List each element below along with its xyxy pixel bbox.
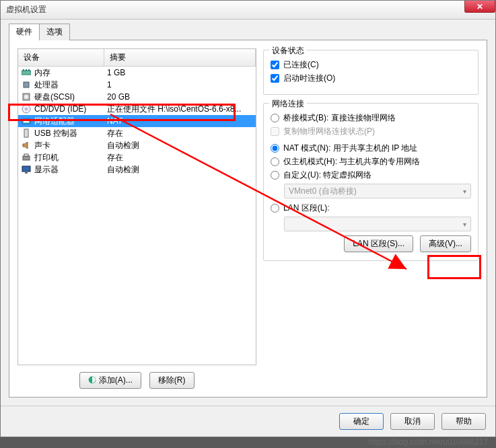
advanced-button[interactable]: 高级(V)... — [420, 235, 471, 252]
connected-checkbox-row[interactable]: 已连接(C) — [271, 59, 471, 71]
row-device: 处理器 — [34, 79, 107, 91]
header-summary: 摘要 — [104, 49, 256, 66]
svg-rect-4 — [24, 82, 29, 87]
memory-icon — [21, 67, 32, 78]
row-device: 显示器 — [34, 164, 107, 176]
lan-label: LAN 区段(L): — [283, 202, 330, 214]
add-label: 添加(A)... — [99, 375, 133, 385]
hardware-row-usb[interactable]: USB 控制器存在 — [18, 127, 256, 139]
cpu-icon — [21, 79, 32, 90]
nat-radio[interactable] — [271, 144, 279, 153]
nat-label: NAT 模式(N): 用于共享主机的 IP 地址 — [283, 143, 417, 154]
add-button[interactable]: ◐ 添加(A)... — [79, 372, 141, 389]
replicate-row: 复制物理网络连接状态(P) — [271, 126, 471, 137]
svg-rect-13 — [24, 154, 28, 156]
titlebar: 虚拟机设置 ✕ — [1, 1, 495, 20]
device-status-title: 设备状态 — [269, 45, 307, 57]
custom-radio[interactable] — [271, 171, 279, 180]
hardware-row-disk[interactable]: 硬盘(SCSI)20 GB — [18, 91, 256, 103]
nat-radio-row[interactable]: NAT 模式(N): 用于共享主机的 IP 地址 — [271, 143, 471, 154]
net-icon — [21, 116, 32, 126]
hardware-header: 设备 摘要 — [18, 49, 256, 67]
bridged-radio-row[interactable]: 桥接模式(B): 直接连接物理网络 — [271, 112, 471, 124]
svg-rect-12 — [23, 156, 30, 160]
chevron-down-icon: ▾ — [463, 221, 466, 228]
row-device: CD/DVD (IDE) — [34, 104, 107, 114]
display-icon — [21, 164, 32, 175]
lan-segments-button[interactable]: LAN 区段(S)... — [344, 235, 413, 252]
poweron-checkbox[interactable] — [271, 74, 279, 83]
svg-rect-0 — [22, 71, 31, 75]
replicate-label: 复制物理网络连接状态(P) — [283, 126, 375, 137]
network-group: 网络连接 桥接模式(B): 直接连接物理网络 复制物理网络连接状态(P) NAT… — [263, 103, 479, 261]
watermark: https://blog.csdn.net/u010886217 — [369, 437, 488, 447]
row-summary: 20 GB — [107, 92, 253, 102]
hardware-row-cd[interactable]: CD/DVD (IDE)正在使用文件 H:\iso\CentOS-6.6-x8.… — [18, 103, 256, 115]
ok-button[interactable]: 确定 — [339, 413, 384, 430]
custom-select-value: VMnet0 (自动桥接) — [289, 186, 357, 197]
hardware-buttons: ◐ 添加(A)... 移除(R) — [17, 372, 256, 389]
connected-checkbox[interactable] — [271, 61, 279, 69]
tab-row: 硬件 选项 — [9, 24, 487, 40]
svg-rect-10 — [24, 120, 29, 122]
lan-radio[interactable] — [271, 204, 279, 213]
close-icon: ✕ — [476, 2, 483, 11]
hardware-row-cpu[interactable]: 处理器1 — [18, 79, 256, 91]
lan-radio-row[interactable]: LAN 区段(L): — [271, 202, 471, 214]
close-button[interactable]: ✕ — [464, 1, 495, 13]
row-summary: 1 — [107, 80, 253, 89]
remove-button[interactable]: 移除(R) — [149, 372, 194, 389]
hardware-row-memory[interactable]: 内存1 GB — [18, 67, 256, 79]
svg-point-8 — [26, 108, 28, 110]
sound-icon — [21, 140, 32, 151]
hardware-row-net[interactable]: 网络适配器NAT — [18, 115, 256, 127]
svg-point-6 — [24, 95, 28, 99]
row-device: USB 控制器 — [34, 128, 107, 139]
hostonly-radio-row[interactable]: 仅主机模式(H): 与主机共享的专用网络 — [271, 156, 471, 167]
cancel-button[interactable]: 取消 — [390, 413, 435, 430]
hardware-row-display[interactable]: 显示器自动检测 — [18, 163, 256, 176]
custom-select: VMnet0 (自动桥接) ▾ — [284, 184, 471, 198]
network-title: 网络连接 — [269, 98, 307, 110]
dialog-button-row: 确定 取消 帮助 — [1, 406, 495, 437]
poweron-checkbox-row[interactable]: 启动时连接(O) — [271, 73, 471, 84]
tab-hardware[interactable]: 硬件 — [9, 24, 40, 40]
row-device: 硬盘(SCSI) — [34, 91, 107, 103]
settings-dialog: 虚拟机设置 ✕ 硬件 选项 设备 摘要 内存1 GB处理器1硬盘(SCSI)20… — [0, 0, 496, 437]
shield-icon: ◐ — [88, 375, 96, 385]
hardware-list: 设备 摘要 内存1 GB处理器1硬盘(SCSI)20 GBCD/DVD (IDE… — [17, 48, 256, 365]
row-summary: NAT — [107, 116, 253, 126]
row-device: 声卡 — [34, 140, 107, 151]
lan-select: ▾ — [284, 217, 471, 231]
row-summary: 存在 — [107, 128, 253, 139]
row-device: 内存 — [34, 67, 107, 79]
header-device: 设备 — [18, 49, 104, 66]
custom-radio-row[interactable]: 自定义(U): 特定虚拟网络 — [271, 170, 471, 181]
svg-rect-3 — [28, 69, 30, 71]
printer-icon — [21, 152, 32, 163]
svg-rect-11 — [24, 129, 28, 137]
row-summary: 1 GB — [107, 68, 253, 77]
hardware-right: 设备状态 已连接(C) 启动时连接(O) 网络连接 桥接模式(B): 直接连接物 — [263, 48, 479, 389]
row-summary: 正在使用文件 H:\iso\CentOS-6.6-x8... — [107, 104, 253, 115]
connected-label: 已连接(C) — [283, 59, 319, 71]
tab-options[interactable]: 选项 — [39, 24, 70, 40]
row-summary: 自动检测 — [107, 140, 253, 151]
device-status-group: 设备状态 已连接(C) 启动时连接(O) — [263, 50, 479, 95]
row-device: 打印机 — [34, 152, 107, 163]
hostonly-radio[interactable] — [271, 157, 279, 166]
usb-icon — [21, 128, 32, 139]
row-summary: 存在 — [107, 152, 253, 163]
custom-label: 自定义(U): 特定虚拟网络 — [283, 170, 371, 181]
row-summary: 自动检测 — [107, 164, 253, 176]
bridged-label: 桥接模式(B): 直接连接物理网络 — [283, 112, 396, 124]
hardware-row-printer[interactable]: 打印机存在 — [18, 151, 256, 163]
hostonly-label: 仅主机模式(H): 与主机共享的专用网络 — [283, 156, 420, 167]
help-button[interactable]: 帮助 — [441, 413, 486, 430]
bridged-radio[interactable] — [271, 114, 279, 122]
hardware-rows: 内存1 GB处理器1硬盘(SCSI)20 GBCD/DVD (IDE)正在使用文… — [18, 67, 256, 365]
hardware-panel: 设备 摘要 内存1 GB处理器1硬盘(SCSI)20 GBCD/DVD (IDE… — [9, 40, 487, 398]
hardware-left: 设备 摘要 内存1 GB处理器1硬盘(SCSI)20 GBCD/DVD (IDE… — [17, 48, 256, 389]
hardware-row-sound[interactable]: 声卡自动检测 — [18, 139, 256, 151]
poweron-label: 启动时连接(O) — [283, 73, 335, 84]
